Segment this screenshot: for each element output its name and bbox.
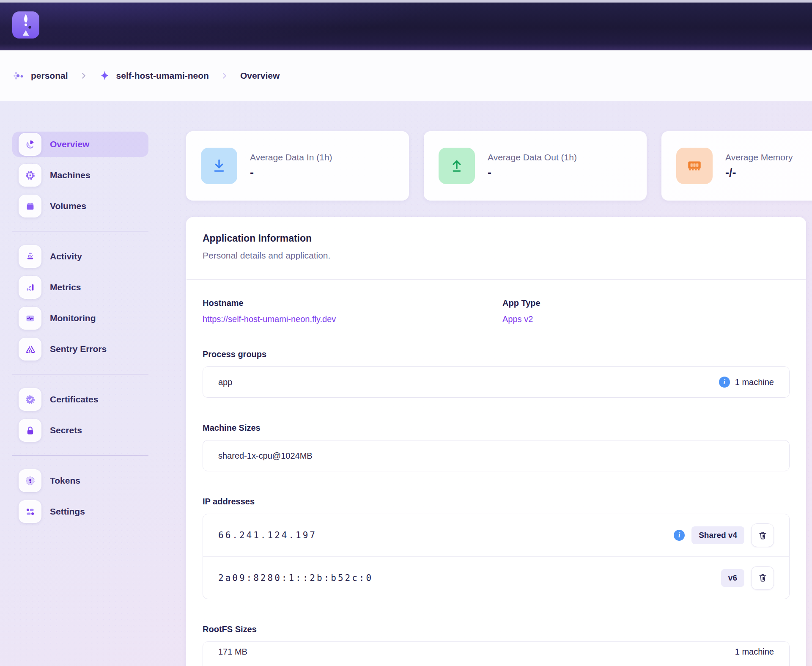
sidebar-item-label: Overview (50, 139, 89, 149)
sidebar-divider (12, 231, 148, 231)
padlock-icon (19, 419, 41, 442)
sidebar-item-label: Settings (50, 506, 85, 517)
storage-box-icon (19, 195, 41, 217)
card-title: Application Information (203, 233, 790, 244)
breadcrumb: personal self-host-umami-neon Overview (0, 50, 812, 101)
ip-addresses-label: IP addresses (203, 497, 790, 506)
sidebar-item-certificates[interactable]: Certificates (12, 387, 148, 412)
application-information-card: Application Information Personal details… (186, 217, 806, 666)
ip-address-v6: 2a09:8280:1::2b:b52c:0 (218, 573, 373, 583)
process-groups-label: Process groups (203, 350, 790, 359)
sidebar-divider (12, 374, 148, 374)
stat-card-memory: Average Memory -/- (661, 131, 812, 201)
ip-badge-v6: v6 (721, 569, 744, 587)
org-dots-icon (13, 70, 25, 82)
sidebar-item-machines[interactable]: Machines (12, 162, 148, 188)
sidebar-divider (12, 455, 148, 456)
breadcrumb-app-label: self-host-umami-neon (116, 71, 209, 81)
process-group-name: app (218, 377, 232, 387)
overview-pie-icon (19, 133, 41, 156)
rootfs-machine-count: 1 machine (735, 647, 774, 657)
process-group-machine-count: 1 machine (735, 377, 774, 387)
breadcrumb-page[interactable]: Overview (240, 71, 280, 81)
stat-card-data-in: Average Data In (1h) - (186, 131, 409, 201)
sidebar-item-label: Tokens (50, 476, 80, 486)
sidebar-item-metrics[interactable]: Metrics (12, 275, 148, 300)
sidebar-item-secrets[interactable]: Secrets (12, 418, 148, 443)
sidebar-item-settings[interactable]: Settings (12, 499, 148, 524)
sidebar-item-tokens[interactable]: Tokens (12, 468, 148, 493)
rootfs-row: 171 MB 1 machine (203, 641, 790, 666)
stat-label: Average Memory (725, 152, 793, 162)
sidebar-item-overview[interactable]: Overview (12, 132, 148, 157)
sidebar-item-label: Volumes (50, 201, 86, 211)
card-body: Hostname https://self-host-umami-neon.fl… (187, 298, 806, 666)
ip-row-v6: 2a09:8280:1::2b:b52c:0 v6 (203, 556, 789, 599)
breadcrumb-page-label: Overview (240, 71, 280, 81)
stat-value: - (488, 166, 577, 179)
sidebar-item-label: Sentry Errors (50, 344, 107, 354)
process-group-row: app i 1 machine (203, 366, 790, 398)
sidebar-item-activity[interactable]: Activity (12, 244, 148, 269)
machine-size-value: shared-1x-cpu@1024MB (218, 451, 313, 461)
sidebar-item-volumes[interactable]: Volumes (12, 193, 148, 219)
chevron-right-icon (220, 71, 229, 80)
activity-stack-icon (19, 245, 41, 268)
ip-badge-shared-v4: Shared v4 (691, 526, 744, 544)
memory-icon (676, 148, 713, 184)
hostname-label: Hostname (203, 298, 502, 308)
app-type-link[interactable]: Apps v2 (502, 314, 533, 324)
machine-sizes-label: Machine Sizes (203, 423, 790, 433)
stat-value: - (250, 166, 332, 179)
stat-label: Average Data Out (1h) (488, 152, 577, 162)
app-type-label: App Type (502, 298, 790, 308)
app-type-field: App Type Apps v2 (502, 298, 790, 324)
chevron-right-icon (79, 71, 88, 80)
rootfs-size-value: 171 MB (218, 647, 247, 657)
sidebar: Overview Machines Volumes (12, 132, 148, 530)
bar-chart-icon (19, 276, 41, 299)
delete-ip-button[interactable] (751, 523, 774, 547)
download-icon (201, 148, 237, 184)
card-header: Application Information Personal details… (187, 217, 806, 280)
sidebar-item-sentry-errors[interactable]: Sentry Errors (12, 336, 148, 362)
breadcrumb-org-label: personal (31, 71, 68, 81)
sentry-logo-icon (19, 338, 41, 361)
ip-addresses-box: 66.241.124.197 i Shared v4 2 (203, 514, 790, 599)
upload-icon (439, 148, 475, 184)
info-icon[interactable]: i (674, 530, 685, 541)
info-icon[interactable]: i (719, 377, 730, 388)
sidebar-item-label: Metrics (50, 282, 81, 292)
sidebar-item-label: Activity (50, 251, 82, 261)
hostname-apptype-row: Hostname https://self-host-umami-neon.fl… (203, 298, 790, 324)
ip-address-v4: 66.241.124.197 (218, 530, 317, 540)
ip-row-v4: 66.241.124.197 i Shared v4 (203, 514, 789, 556)
hostname-field: Hostname https://self-host-umami-neon.fl… (203, 298, 502, 324)
stat-value: -/- (725, 166, 793, 179)
sparkle-icon (99, 70, 110, 81)
sidebar-item-monitoring[interactable]: Monitoring (12, 305, 148, 331)
stat-label: Average Data In (1h) (250, 152, 332, 162)
breadcrumb-org[interactable]: personal (13, 70, 68, 82)
trash-icon (758, 573, 768, 583)
trash-icon (758, 531, 768, 540)
stat-card-data-out: Average Data Out (1h) - (424, 131, 647, 201)
delete-ip-button[interactable] (751, 566, 774, 590)
sidebar-item-label: Certificates (50, 394, 98, 405)
hostname-link[interactable]: https://self-host-umami-neon.fly.dev (203, 314, 336, 324)
keyhole-icon (19, 469, 41, 492)
sidebar-item-label: Secrets (50, 425, 82, 435)
cpu-chip-icon (19, 164, 41, 187)
sidebar-item-label: Monitoring (50, 313, 96, 323)
main-area: Overview Machines Volumes (0, 101, 812, 666)
pulse-monitor-icon (19, 307, 41, 330)
content-area: Average Data In (1h) - Average Data Out … (186, 131, 812, 666)
rootfs-sizes-label: RootFS Sizes (203, 625, 790, 634)
app-header (0, 3, 812, 50)
fly-logo[interactable] (12, 11, 39, 39)
breadcrumb-app[interactable]: self-host-umami-neon (99, 70, 209, 81)
stats-row: Average Data In (1h) - Average Data Out … (186, 131, 812, 201)
machine-size-row: shared-1x-cpu@1024MB (203, 440, 790, 471)
toggles-icon (19, 500, 41, 523)
certificate-badge-icon (19, 388, 41, 411)
